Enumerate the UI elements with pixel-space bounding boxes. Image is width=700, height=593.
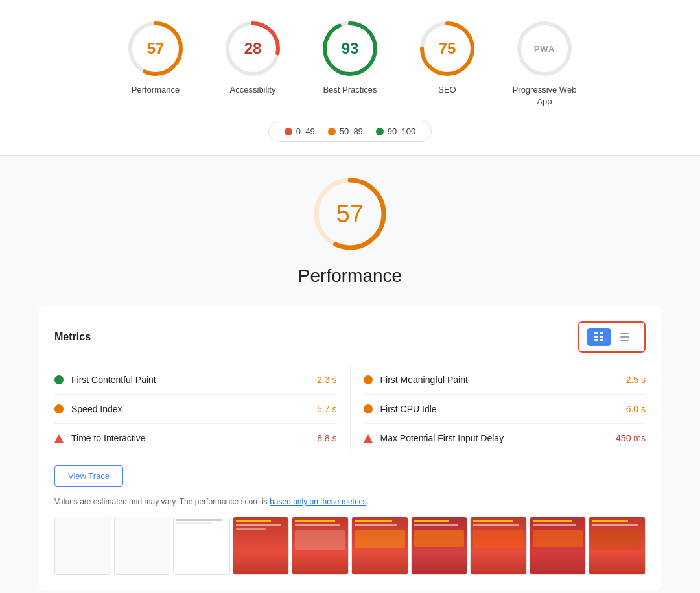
film-frame-5 (292, 517, 349, 575)
scores-row: 57 Performance 28 Accessibility (13, 19, 687, 108)
score-item-seo: 75 SEO (412, 19, 483, 108)
metric-name-fci: First CPU Idle (380, 404, 437, 414)
disclaimer-link[interactable]: based only on these metrics (270, 497, 366, 506)
metric-value-fmp: 2.5 s (626, 375, 646, 385)
film-frame-2 (114, 517, 171, 575)
metric-left-tti: Time to Interactive (54, 433, 146, 443)
metric-indicator-fcp (54, 375, 64, 384)
metric-value-fci: 6.0 s (626, 404, 646, 414)
score-circle-performance: 57 (126, 19, 185, 78)
legend-range-mid: 50–89 (340, 126, 363, 136)
svg-rect-19 (620, 340, 629, 341)
perf-main-circle: 57 (311, 175, 389, 253)
score-item-best-practices: 93 Best Practices (314, 19, 386, 108)
metric-row-fmp: First Meaningful Paint 2.5 s (364, 366, 646, 395)
metric-left-si: Speed Index (54, 404, 122, 414)
svg-rect-14 (600, 336, 603, 338)
legend-row: 0–49 50–89 90–100 (13, 121, 687, 142)
metric-value-fcp: 2.3 s (317, 375, 336, 385)
score-value-seo: 75 (439, 40, 456, 58)
score-value-pwa: PWA (534, 44, 555, 54)
svg-rect-11 (594, 332, 598, 334)
metrics-header: Metrics (54, 321, 646, 353)
perf-section: 57 Performance Metrics (0, 156, 700, 593)
legend-dot-high (376, 128, 384, 135)
legend-item-mid: 50–89 (328, 126, 363, 136)
film-frame-3 (173, 517, 230, 575)
metric-left-fcp: First Contentful Paint (54, 375, 156, 385)
top-section: 57 Performance 28 Accessibility (0, 0, 700, 156)
film-frame-7 (411, 517, 468, 575)
svg-rect-17 (620, 333, 629, 334)
score-circle-accessibility: 28 (224, 19, 282, 78)
toggle-list-btn[interactable] (613, 328, 636, 346)
film-frame-9 (530, 517, 587, 575)
perf-main-score: 57 (336, 200, 364, 228)
metrics-col-right: First Meaningful Paint 2.5 s First CPU I… (364, 366, 646, 452)
score-label-best-practices: Best Practices (323, 84, 377, 96)
score-value-accessibility: 28 (244, 40, 262, 58)
film-frame-1 (54, 517, 111, 575)
metric-row-fci: First CPU Idle 6.0 s (364, 395, 646, 424)
metrics-title: Metrics (54, 331, 91, 343)
legend-range-high: 90–100 (388, 126, 415, 136)
legend-dot-mid (328, 128, 336, 135)
film-frame-4 (233, 517, 290, 575)
view-toggle[interactable] (578, 321, 646, 353)
score-label-seo: SEO (438, 84, 456, 96)
score-value-performance: 57 (147, 40, 165, 58)
score-label-pwa: Progressive Web App (509, 84, 580, 108)
metric-indicator-fci (364, 404, 373, 413)
metric-value-si: 5.7 s (317, 404, 336, 414)
metric-left-fci: First CPU Idle (364, 404, 437, 414)
list-icon (620, 332, 630, 342)
legend-box: 0–49 50–89 90–100 (268, 121, 432, 142)
film-frame-8 (470, 517, 527, 575)
metric-left-fmp: First Meaningful Paint (364, 375, 468, 385)
score-value-best-practices: 93 (342, 40, 359, 58)
disclaimer-end: . (367, 497, 369, 506)
score-circle-seo: 75 (418, 19, 476, 78)
metric-row-tti: Time to Interactive 8.8 s (54, 424, 337, 452)
view-trace-button[interactable]: View Trace (54, 465, 123, 487)
grid-icon (594, 332, 604, 342)
disclaimer: Values are estimated and may vary. The p… (54, 497, 646, 506)
svg-rect-12 (600, 332, 603, 334)
score-item-accessibility: 28 Accessibility (217, 19, 288, 108)
metrics-container: Metrics (39, 306, 661, 590)
svg-rect-16 (600, 339, 603, 341)
svg-rect-13 (594, 336, 598, 338)
score-label-performance: Performance (132, 84, 180, 96)
metric-row-fcp: First Contentful Paint 2.3 s (54, 366, 337, 395)
metric-name-fmp: First Meaningful Paint (380, 375, 468, 385)
legend-item-low: 0–49 (285, 126, 315, 136)
metrics-col-left: First Contentful Paint 2.3 s Speed Index… (54, 366, 337, 452)
metric-value-tti: 8.8 s (317, 433, 336, 443)
metric-value-mpfid: 450 ms (616, 433, 646, 443)
score-item-performance: 57 Performance (120, 19, 191, 108)
metrics-two-col: First Contentful Paint 2.3 s Speed Index… (54, 366, 646, 452)
perf-score-center: 57 Performance (39, 175, 661, 286)
legend-dot-low (285, 128, 292, 135)
filmstrip (54, 517, 646, 575)
metric-row-mpfid: Max Potential First Input Delay 450 ms (364, 424, 646, 452)
score-circle-best-practices: 93 (321, 19, 379, 78)
svg-rect-18 (620, 336, 629, 338)
metric-name-tti: Time to Interactive (71, 433, 146, 443)
metric-name-fcp: First Contentful Paint (71, 375, 156, 385)
metric-row-si: Speed Index 5.7 s (54, 395, 337, 424)
metric-name-mpfid: Max Potential First Input Delay (380, 433, 504, 443)
disclaimer-text: Values are estimated and may vary. The p… (54, 497, 270, 506)
score-item-pwa: PWA Progressive Web App (509, 19, 580, 108)
metric-indicator-fmp (364, 375, 373, 384)
legend-item-high: 90–100 (376, 126, 415, 136)
perf-main-title: Performance (298, 266, 402, 286)
film-frame-10 (589, 517, 646, 575)
score-circle-pwa: PWA (515, 19, 574, 78)
legend-range-low: 0–49 (296, 126, 315, 136)
metric-indicator-tti (54, 434, 64, 443)
metric-left-mpfid: Max Potential First Input Delay (364, 433, 504, 443)
metric-indicator-mpfid (364, 434, 373, 443)
toggle-grid-btn[interactable] (587, 328, 611, 346)
svg-rect-15 (594, 339, 598, 341)
